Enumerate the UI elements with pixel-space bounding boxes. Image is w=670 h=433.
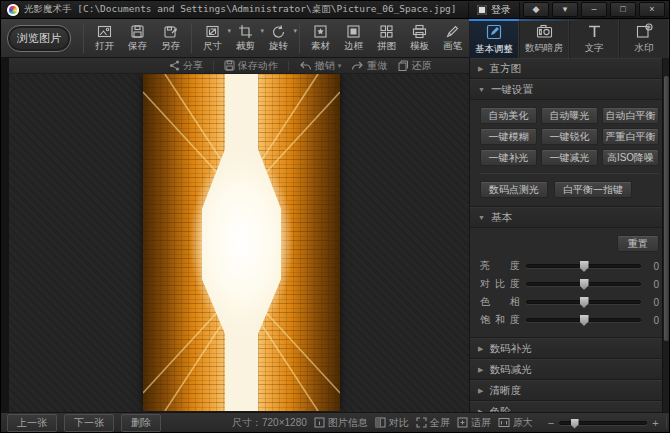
delete-image-button[interactable]: 删除: [121, 414, 161, 432]
section-digital-dimlight[interactable]: ▶ 数码减光: [470, 359, 669, 380]
toolbar-open-label: 打开: [95, 40, 114, 53]
statusbar-separator: [666, 417, 667, 429]
saturation-slider[interactable]: [526, 318, 641, 322]
auto-exposure-button[interactable]: 自动曝光: [541, 107, 598, 124]
slider-thumb[interactable]: [580, 315, 589, 326]
brightness-slider[interactable]: [526, 264, 641, 268]
frame-icon: [346, 23, 361, 39]
toolbar-size-button[interactable]: 尺寸 ▾: [196, 21, 229, 53]
contrast-slider[interactable]: [526, 282, 641, 286]
collage-grid-icon: [379, 23, 394, 39]
section-digital-filllight[interactable]: ▶ 数码补光: [470, 338, 669, 359]
toolbar-crop-button[interactable]: 裁剪 ▾: [229, 21, 262, 53]
hue-slider[interactable]: [526, 300, 641, 304]
panel-scrollbar[interactable]: [662, 58, 669, 412]
zoom-out-button[interactable]: −: [548, 417, 554, 429]
redo-button[interactable]: 重做: [351, 59, 387, 73]
oneclick-blur-button[interactable]: 一键模糊: [480, 128, 537, 145]
compare-label: 对比: [389, 416, 409, 430]
minimize-button[interactable]: –: [581, 2, 607, 17]
toolbar-material-button[interactable]: 素材: [304, 21, 337, 53]
maximize-button[interactable]: □: [610, 2, 636, 17]
oneclick-sharpen-button[interactable]: 一键锐化: [541, 128, 598, 145]
tab-text[interactable]: 文字: [569, 19, 619, 58]
share-icon: [169, 60, 180, 71]
toolbar-brush-button[interactable]: 画笔: [436, 21, 469, 53]
toolbar-save-label: 保存: [128, 40, 147, 53]
dropdown-arrow-icon[interactable]: ▾: [293, 27, 297, 35]
image-canvas[interactable]: [9, 74, 471, 412]
slider-thumb[interactable]: [580, 297, 589, 308]
actionbar-separator: [213, 61, 214, 71]
image-info-button[interactable]: 图片信息: [314, 416, 368, 430]
left-edge-strip: [1, 58, 9, 412]
zoom-slider[interactable]: [559, 421, 647, 425]
section-levels[interactable]: ▶ 色阶: [470, 401, 669, 412]
restore-icon: [397, 60, 408, 71]
section-basic[interactable]: ▼ 基本: [470, 207, 669, 228]
contrast-value: 0: [647, 279, 659, 290]
severe-whitebalance-button[interactable]: 严重白平衡: [602, 128, 659, 145]
section-oneclick[interactable]: ▼ 一键设置: [470, 79, 669, 100]
slider-thumb[interactable]: [580, 279, 589, 290]
compare-icon: [375, 417, 386, 428]
browse-images-button[interactable]: 浏览图片: [7, 25, 71, 52]
contrast-row: 对比度 0: [480, 275, 659, 293]
tab-digital-darkroom[interactable]: 数码暗房: [519, 19, 569, 58]
action-bar: 分享 保存动作 撤销 ▾ 重做: [9, 58, 471, 74]
section-digital-dimlight-label: 数码减光: [489, 363, 531, 377]
reset-button[interactable]: 重置: [617, 235, 659, 252]
status-bar: 上一张 下一张 删除 尺寸：720×1280 图片信息 对比 全屏 适屏 原大 …: [1, 412, 669, 432]
login-button[interactable]: 登录: [468, 2, 520, 18]
saturation-label: 饱和度: [480, 313, 520, 327]
zoom-in-button[interactable]: +: [652, 417, 658, 429]
toolbar-rotate-button[interactable]: 旋转 ▾: [262, 21, 295, 53]
minimize-icon: –: [591, 4, 596, 14]
image-size-label: 尺寸：720×1280: [232, 416, 307, 430]
compare-button[interactable]: 对比: [375, 416, 409, 430]
save-action-button[interactable]: 保存动作: [224, 59, 278, 73]
auto-whitebalance-button[interactable]: 自动白平衡: [602, 107, 659, 124]
undo-label: 撤销: [315, 59, 335, 73]
section-digital-filllight-label: 数码补光: [489, 342, 531, 356]
zoom-slider-thumb[interactable]: [571, 419, 579, 429]
toolbar-separator: [299, 23, 300, 53]
fullscreen-button[interactable]: 全屏: [416, 416, 450, 430]
share-button[interactable]: 分享: [169, 59, 203, 73]
section-histogram[interactable]: ▶ 直方图: [470, 58, 669, 79]
whitebalance-onekey-button[interactable]: 白平衡一指键: [554, 181, 632, 198]
original-size-icon: [498, 417, 510, 428]
slider-thumb[interactable]: [580, 261, 589, 272]
oneclick-dimlight-button[interactable]: 一键减光: [541, 149, 598, 166]
oneclick-filllight-button[interactable]: 一键补光: [480, 149, 537, 166]
toolbar-open-button[interactable]: 打开: [88, 21, 121, 53]
auto-beautify-button[interactable]: 自动美化: [480, 107, 537, 124]
redo-label: 重做: [367, 59, 387, 73]
restore-button[interactable]: 还原: [397, 59, 431, 73]
close-button[interactable]: ×: [639, 2, 665, 17]
next-image-button[interactable]: 下一张: [64, 414, 114, 432]
brightness-value: 0: [647, 261, 659, 272]
toolbar-frame-button[interactable]: 边框: [337, 21, 370, 53]
tab-watermark[interactable]: 水印: [619, 19, 669, 58]
undo-button[interactable]: 撤销 ▾: [299, 59, 342, 73]
section-clarity[interactable]: ▶ 清晰度: [470, 380, 669, 401]
tab-basic-adjust[interactable]: 基本调整: [469, 19, 519, 58]
brush-icon: [445, 23, 460, 39]
menu-button[interactable]: ▾: [552, 2, 578, 17]
toolbar-collage-button[interactable]: 拼图: [370, 21, 403, 53]
fit-screen-button[interactable]: 适屏: [457, 416, 491, 430]
login-label: 登录: [491, 3, 511, 17]
scrollbar-thumb[interactable]: [664, 76, 669, 341]
collapsed-arrow-icon: ▶: [478, 65, 483, 73]
app-logo-icon: [7, 4, 19, 16]
dropdown-arrow-icon[interactable]: ▾: [338, 62, 342, 70]
toolbar-saveas-button[interactable]: 另存: [154, 21, 187, 53]
skin-button[interactable]: ◆: [523, 2, 549, 17]
toolbar-template-button[interactable]: 模板: [403, 21, 436, 53]
toolbar-save-button[interactable]: 保存: [121, 21, 154, 53]
original-size-button[interactable]: 原大: [498, 416, 533, 430]
prev-image-button[interactable]: 上一张: [7, 414, 57, 432]
spot-metering-button[interactable]: 数码点测光: [480, 181, 548, 198]
high-iso-denoise-button[interactable]: 高ISO降噪: [602, 149, 659, 166]
